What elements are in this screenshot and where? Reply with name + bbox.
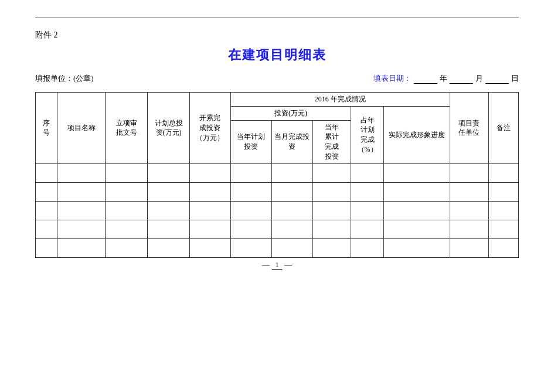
cell-name: [57, 182, 105, 201]
month-text: 月: [475, 73, 483, 84]
cell-year-plan: [230, 201, 271, 220]
page-container: 附件 2 在建项目明细表 填报单位：(公章) 填表日期： 年 月 日: [0, 0, 554, 281]
cell-cumulative: [189, 238, 230, 257]
col-cumulative-header: 开累完成投资（万元）: [189, 93, 230, 164]
cell-responsible: [450, 238, 488, 257]
year-field[interactable]: [414, 74, 437, 84]
cell-percent: [351, 220, 383, 238]
table-row: [36, 238, 519, 257]
cell-cumulative: [189, 182, 230, 201]
cell-responsible: [450, 182, 488, 201]
cell-total: [148, 163, 190, 182]
cell-seq: [36, 182, 57, 201]
col-month-complete-header: 当月完成投资: [271, 120, 312, 163]
table-body: [36, 163, 519, 257]
cell-annual-cum: [312, 220, 351, 238]
cell-month-complete: [271, 220, 312, 238]
form-header: 填报单位：(公章) 填表日期： 年 月 日: [35, 73, 519, 84]
main-table: 序号 项目名称 立项审批文号 计划总投资(万元) 开累完成投资（万元） 2016…: [35, 92, 519, 258]
cell-percent: [351, 238, 383, 257]
day-field[interactable]: [485, 74, 509, 84]
cell-name: [57, 220, 105, 238]
cell-notes: [488, 182, 518, 201]
cell-percent: [351, 201, 383, 220]
year-text: 年: [440, 73, 447, 84]
cell-seq: [36, 163, 57, 182]
cell-approval: [106, 220, 148, 238]
col-progress-header: 实际完成形象进度: [383, 106, 450, 163]
col-total-invest-header: 计划总投资(万元): [148, 93, 190, 164]
cell-notes: [488, 238, 518, 257]
cell-year-plan: [230, 163, 271, 182]
cell-notes: [488, 220, 518, 238]
cell-name: [57, 163, 105, 182]
investment-group-header: 投资(万元): [230, 106, 351, 120]
col-percent-header: 占年计划完成（%）: [351, 106, 383, 163]
col-name-header: 项目名称: [57, 93, 105, 164]
cell-approval: [106, 163, 148, 182]
table-row: [36, 182, 519, 201]
cell-approval: [106, 182, 148, 201]
cell-responsible: [450, 201, 488, 220]
cell-name: [57, 238, 105, 257]
col-responsible-header: 项目责任单位: [450, 93, 488, 164]
date-label: 填表日期：: [373, 73, 412, 84]
page-number-value: 1: [271, 260, 283, 270]
date-info: 填表日期： 年 月 日: [373, 73, 519, 84]
month-field[interactable]: [450, 74, 473, 84]
cell-progress: [383, 163, 450, 182]
cell-percent: [351, 163, 383, 182]
col-annual-cum-header: 当年累计完成投资: [312, 120, 351, 163]
table-row: [36, 220, 519, 238]
cell-percent: [351, 182, 383, 201]
cell-name: [57, 201, 105, 220]
col-year-plan-header: 当年计划投资: [230, 120, 271, 163]
cell-approval: [106, 201, 148, 220]
cell-progress: [383, 201, 450, 220]
cell-seq: [36, 201, 57, 220]
table-row: [36, 163, 519, 182]
col-notes-header: 备注: [488, 93, 518, 164]
cell-annual-cum: [312, 182, 351, 201]
col-seq-header: 序号: [36, 93, 57, 164]
cell-seq: [36, 220, 57, 238]
cell-total: [148, 220, 190, 238]
cell-progress: [383, 220, 450, 238]
cell-cumulative: [189, 163, 230, 182]
cell-progress: [383, 182, 450, 201]
cell-responsible: [450, 220, 488, 238]
year-2016-header: 2016 年完成情况: [230, 93, 450, 107]
page-number: — 1 —: [262, 260, 292, 270]
cell-total: [148, 238, 190, 257]
cell-responsible: [450, 163, 488, 182]
cell-annual-cum: [312, 201, 351, 220]
cell-annual-cum: [312, 238, 351, 257]
cell-month-complete: [271, 163, 312, 182]
main-title: 在建项目明细表: [35, 46, 519, 64]
unit-info: 填报单位：(公章): [35, 73, 94, 84]
cell-total: [148, 182, 190, 201]
attachment-label: 附件 2: [35, 30, 519, 40]
cell-year-plan: [230, 182, 271, 201]
top-divider: [35, 18, 519, 18]
cell-notes: [488, 201, 518, 220]
cell-seq: [36, 238, 57, 257]
cell-approval: [106, 238, 148, 257]
cell-progress: [383, 238, 450, 257]
table-row: [36, 201, 519, 220]
header-row-1: 序号 项目名称 立项审批文号 计划总投资(万元) 开累完成投资（万元） 2016…: [36, 93, 519, 107]
cell-year-plan: [230, 238, 271, 257]
cell-notes: [488, 163, 518, 182]
cell-cumulative: [189, 220, 230, 238]
cell-annual-cum: [312, 163, 351, 182]
col-approval-header: 立项审批文号: [106, 93, 148, 164]
cell-month-complete: [271, 238, 312, 257]
cell-month-complete: [271, 201, 312, 220]
cell-month-complete: [271, 182, 312, 201]
cell-cumulative: [189, 201, 230, 220]
cell-year-plan: [230, 220, 271, 238]
cell-total: [148, 201, 190, 220]
day-text: 日: [511, 73, 519, 84]
